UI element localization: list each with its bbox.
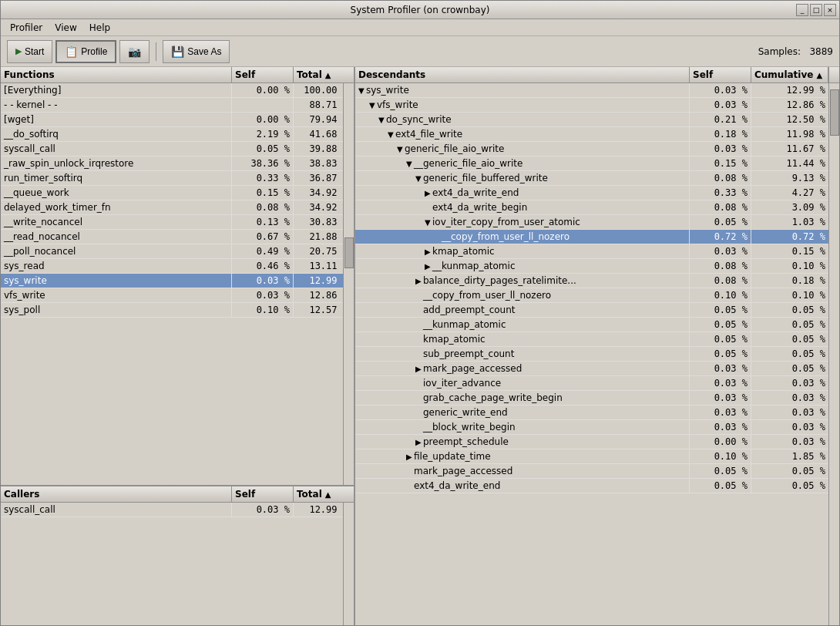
- descendant-row[interactable]: ▶ kmap_atomic0.03 %0.15 %: [355, 244, 828, 259]
- function-row[interactable]: __read_nocancel0.67 %21.88 %: [1, 230, 343, 244]
- descendant-row[interactable]: ▼ __generic_file_aio_write0.15 %11.44 %: [355, 156, 828, 171]
- descendant-row[interactable]: grab_cache_page_write_begin0.03 %0.03 %: [355, 391, 828, 406]
- descendant-row[interactable]: ▼ generic_file_aio_write0.03 %11.67 %: [355, 142, 828, 156]
- descendant-name: __generic_file_aio_write: [414, 158, 522, 169]
- descendant-name: iov_iter_advance: [423, 378, 501, 389]
- expand-icon[interactable]: ▼: [425, 218, 432, 227]
- descendant-row[interactable]: iov_iter_advance0.03 %0.03 %: [355, 376, 828, 391]
- descendants-scrollbar[interactable]: [828, 83, 839, 625]
- expand-icon[interactable]: ▶: [415, 438, 423, 446]
- descendant-row[interactable]: ▼ generic_file_buffered_write0.08 %9.13 …: [355, 171, 828, 186]
- descendant-row[interactable]: kmap_atomic0.05 %0.05 %: [355, 332, 828, 347]
- camera-button[interactable]: 📷: [119, 40, 150, 63]
- profile-button[interactable]: 📋 Profile: [55, 40, 116, 63]
- descendant-name: __block_write_begin: [423, 422, 516, 432]
- function-self-cell: 0.67 %: [232, 230, 294, 244]
- expand-icon[interactable]: ▶: [425, 189, 432, 197]
- descendant-row[interactable]: ▶ preempt_schedule0.00 %0.03 %: [355, 435, 828, 449]
- expand-icon[interactable]: ▶: [406, 453, 414, 461]
- descendant-row[interactable]: ▶ file_update_time0.10 %1.85 %: [355, 449, 828, 464]
- function-row[interactable]: delayed_work_timer_fn0.08 %34.92 %: [1, 200, 343, 215]
- function-row[interactable]: vfs_write0.03 %12.86 %: [1, 288, 343, 303]
- save-as-button[interactable]: 💾 Save As: [163, 40, 230, 63]
- descendants-scrollbar-thumb[interactable]: [830, 89, 839, 136]
- expand-icon[interactable]: ▶: [425, 262, 432, 271]
- function-self-cell: 0.08 %: [232, 200, 294, 214]
- maximize-button[interactable]: □: [810, 4, 822, 16]
- expand-icon[interactable]: ▶: [415, 365, 423, 373]
- callers-header: Callers Self Total ▲: [1, 486, 354, 503]
- descendant-row[interactable]: ▶ ext4_da_write_end0.33 %4.27 %: [355, 186, 828, 200]
- function-row[interactable]: [wget]0.00 %79.94 %: [1, 113, 343, 127]
- function-row[interactable]: sys_write0.03 %12.99 %: [1, 274, 343, 288]
- descendant-row[interactable]: ext4_da_write_begin0.08 %3.09 %: [355, 200, 828, 215]
- expand-icon[interactable]: ▼: [378, 116, 386, 124]
- callers-scrollbar[interactable]: [343, 503, 354, 625]
- start-button[interactable]: ▶ Start: [7, 40, 52, 63]
- expand-icon[interactable]: ▼: [406, 160, 414, 168]
- expand-icon[interactable]: ▼: [369, 101, 377, 109]
- function-row[interactable]: sys_poll0.10 %12.57 %: [1, 303, 343, 318]
- descendant-name-cell: ▶ preempt_schedule: [355, 435, 690, 449]
- functions-total-col-header[interactable]: Total ▲: [294, 67, 351, 82]
- descendants-self-col-header[interactable]: Self: [690, 67, 751, 82]
- descendant-row[interactable]: ▼ ext4_file_write0.18 %11.98 %: [355, 127, 828, 142]
- close-button[interactable]: ×: [824, 4, 836, 16]
- caller-row[interactable]: syscall_call0.03 %12.99 %: [1, 503, 343, 517]
- function-row[interactable]: run_timer_softirq0.33 %36.87 %: [1, 171, 343, 186]
- functions-self-col-header[interactable]: Self: [232, 67, 294, 82]
- descendants-col-header[interactable]: Descendants: [355, 67, 690, 82]
- expand-icon[interactable]: ▼: [397, 145, 405, 153]
- descendant-cumulative-cell: 0.10 %: [751, 288, 828, 302]
- descendant-row[interactable]: __kunmap_atomic0.05 %0.05 %: [355, 318, 828, 332]
- functions-scrollbar-thumb[interactable]: [344, 237, 354, 268]
- descendant-name-cell: ▼ sys_write: [355, 83, 690, 97]
- descendant-row[interactable]: sub_preempt_count0.05 %0.05 %: [355, 347, 828, 362]
- descendant-row[interactable]: generic_write_end0.03 %0.03 %: [355, 406, 828, 420]
- menu-help[interactable]: Help: [83, 21, 116, 35]
- function-row[interactable]: - - kernel - -88.71 %: [1, 98, 343, 113]
- descendant-row[interactable]: ▼ do_sync_write0.21 %12.50 %: [355, 113, 828, 127]
- descendant-row[interactable]: __copy_from_user_ll_nozero0.72 %0.72 %: [355, 230, 828, 244]
- descendant-row[interactable]: __copy_from_user_ll_nozero0.10 %0.10 %: [355, 288, 828, 303]
- descendant-row[interactable]: __block_write_begin0.03 %0.03 %: [355, 420, 828, 435]
- callers-total-col-header[interactable]: Total ▲: [294, 486, 351, 502]
- function-self-cell: 0.00 %: [232, 113, 294, 126]
- descendant-row[interactable]: ▶ mark_page_accessed0.03 %0.05 %: [355, 362, 828, 376]
- callers-self-col-header[interactable]: Self: [232, 486, 294, 502]
- function-self-cell: [232, 98, 294, 112]
- function-row[interactable]: [Everything]0.00 %100.00 %: [1, 83, 343, 98]
- descendant-name-cell: ▶ balance_dirty_pages_ratelimite...: [355, 274, 690, 288]
- expand-icon[interactable]: ▼: [415, 174, 423, 183]
- function-row[interactable]: _raw_spin_unlock_irqrestore38.36 %38.83 …: [1, 156, 343, 171]
- functions-col-header[interactable]: Functions: [1, 67, 232, 82]
- descendant-row[interactable]: ▶ __kunmap_atomic0.08 %0.10 %: [355, 259, 828, 274]
- window-controls: _ □ ×: [796, 4, 836, 16]
- minimize-button[interactable]: _: [796, 4, 808, 16]
- menu-profiler[interactable]: Profiler: [4, 21, 49, 35]
- function-row[interactable]: __do_softirq2.19 %41.68 %: [1, 127, 343, 142]
- function-row[interactable]: __poll_nocancel0.49 %20.75 %: [1, 244, 343, 259]
- function-row[interactable]: __write_nocancel0.13 %30.83 %: [1, 215, 343, 230]
- descendants-cum-col-header[interactable]: Cumulative ▲: [751, 67, 828, 82]
- descendant-row[interactable]: ▼ vfs_write0.03 %12.86 %: [355, 98, 828, 113]
- expand-icon[interactable]: ▼: [388, 130, 395, 139]
- descendant-row[interactable]: ▶ balance_dirty_pages_ratelimite...0.08 …: [355, 274, 828, 288]
- expand-icon[interactable]: ▼: [358, 86, 366, 95]
- function-self-cell: 0.05 %: [232, 142, 294, 156]
- function-row[interactable]: syscall_call0.05 %39.88 %: [1, 142, 343, 156]
- descendant-row[interactable]: ▼ iov_iter_copy_from_user_atomic0.05 %1.…: [355, 215, 828, 230]
- descendant-row[interactable]: ▼ sys_write0.03 %12.99 %: [355, 83, 828, 98]
- expand-icon[interactable]: ▶: [425, 247, 432, 256]
- function-row[interactable]: sys_read0.46 %13.11 %: [1, 259, 343, 274]
- menu-view[interactable]: View: [49, 21, 82, 35]
- descendant-row[interactable]: ext4_da_write_end0.05 %0.05 %: [355, 479, 828, 493]
- descendant-name: __copy_from_user_ll_nozero: [442, 231, 570, 242]
- callers-col-header[interactable]: Callers: [1, 486, 232, 502]
- expand-icon[interactable]: ▶: [415, 277, 423, 285]
- functions-scrollbar[interactable]: [343, 83, 354, 485]
- descendant-row[interactable]: mark_page_accessed0.05 %0.05 %: [355, 464, 828, 479]
- function-row[interactable]: __queue_work0.15 %34.92 %: [1, 186, 343, 200]
- function-name-cell: delayed_work_timer_fn: [1, 200, 232, 214]
- descendant-row[interactable]: add_preempt_count0.05 %0.05 %: [355, 303, 828, 318]
